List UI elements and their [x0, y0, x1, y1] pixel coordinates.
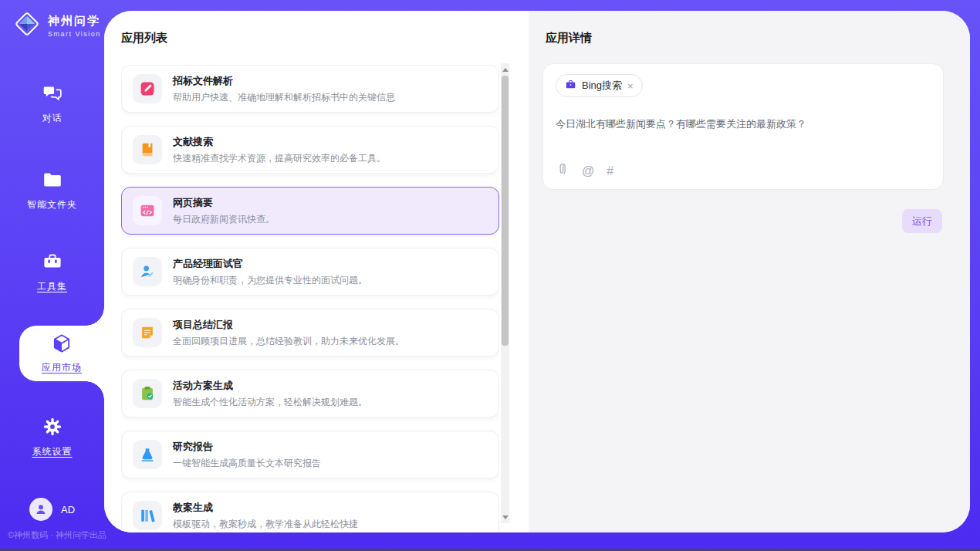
note-icon — [133, 318, 162, 347]
app-list-item[interactable]: 项目总结汇报 全面回顾项目进展，总结经验教训，助力未来优化发展。 — [121, 309, 499, 357]
mention-icon[interactable]: @ — [582, 164, 594, 178]
edit-square-icon — [133, 74, 162, 103]
ink-report-icon — [133, 440, 162, 469]
app-list-item[interactable]: 网页摘要 每日政府新闻资讯快查。 — [121, 187, 499, 235]
prompt-card[interactable]: Bing搜索 × 今日湖北有哪些新闻要点？有哪些需要关注的最新政策？ @# — [542, 63, 944, 190]
book-icon — [133, 135, 162, 164]
diamond-logo-icon — [12, 9, 42, 42]
brand-name: 神州问学 — [48, 14, 101, 29]
topic-icon[interactable]: # — [607, 164, 613, 178]
app-list-item[interactable]: 活动方案生成 智能生成个性化活动方案，轻松解决规划难题。 — [121, 370, 499, 417]
app-title: 研究报告 — [173, 440, 321, 454]
copyright-text: ©神州数码 · 神州问学出品 — [8, 529, 106, 541]
folder-icon — [42, 170, 63, 193]
app-desc: 智能生成个性化活动方案，轻松解决规划难题。 — [173, 396, 367, 409]
toolbox-icon — [42, 252, 63, 275]
sidebar: 神州问学 Smart Vision 对话 智能文件夹 工具集 应用市场 系统设置… — [0, 0, 104, 549]
tool-chip-bing-search[interactable]: Bing搜索 × — [556, 74, 643, 97]
brand-subtitle: Smart Vision — [48, 30, 101, 38]
scroll-up-icon[interactable] — [501, 65, 509, 74]
app-desc: 模板驱动，教案秒成，教学准备从此轻松快捷 — [173, 518, 358, 531]
run-button[interactable]: 运行 — [902, 209, 942, 233]
sidebar-item-tools[interactable]: 工具集 — [0, 252, 104, 293]
app-title: 项目总结汇报 — [173, 318, 404, 332]
app-title: 网页摘要 — [173, 196, 275, 210]
books-icon — [133, 501, 162, 530]
briefcase-icon — [565, 79, 576, 93]
tool-chip-label: Bing搜索 — [582, 79, 622, 93]
app-window: 神州问学 Smart Vision 对话 智能文件夹 工具集 应用市场 系统设置… — [0, 0, 980, 551]
brand-logo: 神州问学 Smart Vision — [12, 9, 101, 42]
interviewer-icon — [133, 257, 162, 286]
chip-close-icon[interactable]: × — [627, 81, 634, 91]
user-name: AD — [61, 504, 75, 516]
app-desc: 快速精准查找学术资源，提高研究效率的必备工具。 — [173, 152, 386, 165]
app-list-scrollbar[interactable] — [501, 63, 509, 523]
cube-icon — [51, 333, 73, 357]
app-list-item[interactable]: 研究报告 一键智能生成高质量长文本研究报告 — [121, 431, 499, 478]
sidebar-item-label: 工具集 — [37, 280, 67, 293]
sidebar-item-chat[interactable]: 对话 — [0, 83, 104, 125]
app-list-item[interactable]: 产品经理面试官 明确身份和职责，为您提供专业性的面试问题。 — [121, 248, 499, 296]
sidebar-item-label: 智能文件夹 — [27, 198, 77, 211]
chat-icon — [42, 83, 63, 106]
app-title: 产品经理面试官 — [173, 257, 367, 271]
sidebar-item-folders[interactable]: 智能文件夹 — [0, 170, 104, 211]
app-desc: 明确身份和职责，为您提供专业性的面试问题。 — [173, 274, 367, 287]
app-list-panel: 应用列表 招标文件解析 帮助用户快速、准确地理解和解析招标书中的关键信息 文献搜… — [104, 11, 529, 532]
sidebar-item-settings[interactable]: 系统设置 — [0, 417, 104, 458]
app-list-item[interactable]: 文献搜索 快速精准查找学术资源，提高研究效率的必备工具。 — [121, 126, 499, 174]
app-desc: 全面回顾项目进展，总结经验教训，助力未来优化发展。 — [173, 335, 404, 348]
app-title: 文献搜索 — [173, 135, 386, 149]
app-title: 活动方案生成 — [173, 379, 367, 393]
app-desc: 帮助用户快速、准确地理解和解析招标书中的关键信息 — [173, 91, 395, 104]
browser-code-icon — [133, 196, 162, 225]
attachment-icon[interactable] — [556, 163, 569, 179]
scroll-down-icon[interactable] — [501, 512, 509, 522]
user-avatar-icon — [29, 498, 52, 521]
app-detail-title: 应用详情 — [546, 31, 592, 46]
app-list: 招标文件解析 帮助用户快速、准确地理解和解析招标书中的关键信息 文献搜索 快速精… — [121, 65, 499, 532]
composer-toolbar: @# — [556, 163, 613, 179]
app-desc: 每日政府新闻资讯快查。 — [173, 213, 275, 226]
user-row[interactable]: AD — [0, 498, 104, 521]
sidebar-item-label: 对话 — [42, 112, 63, 125]
prompt-text[interactable]: 今日湖北有哪些新闻要点？有哪些需要关注的最新政策？ — [556, 117, 931, 131]
app-list-item[interactable]: 招标文件解析 帮助用户快速、准确地理解和解析招标书中的关键信息 — [121, 65, 499, 113]
main-content: 应用列表 招标文件解析 帮助用户快速、准确地理解和解析招标书中的关键信息 文献搜… — [104, 11, 970, 532]
app-detail-panel: 应用详情 Bing搜索 × 今日湖北有哪些新闻要点？有哪些需要关注的最新政策？ … — [529, 11, 970, 532]
sidebar-item-market[interactable]: 应用市场 — [19, 326, 104, 381]
gear-icon — [42, 417, 63, 440]
app-title: 招标文件解析 — [173, 74, 395, 88]
app-list-item[interactable]: 教案生成 模板驱动，教案秒成，教学准备从此轻松快捷 — [121, 492, 499, 532]
sidebar-item-label: 系统设置 — [32, 445, 73, 458]
app-title: 教案生成 — [173, 501, 358, 515]
app-list-title: 应用列表 — [121, 31, 167, 46]
clipboard-check-icon — [133, 379, 162, 408]
scrollbar-thumb[interactable] — [502, 76, 509, 346]
app-desc: 一键智能生成高质量长文本研究报告 — [173, 457, 321, 470]
sidebar-item-label: 应用市场 — [42, 361, 82, 374]
